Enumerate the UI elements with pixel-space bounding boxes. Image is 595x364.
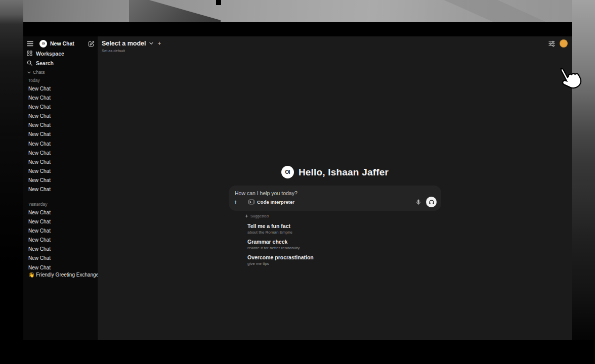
suggestion-item[interactable]: Tell me a fun fact about the Roman Empir… [247, 223, 441, 235]
sidebar-item-search[interactable]: Search [27, 59, 95, 67]
controls-sliders-icon[interactable] [548, 40, 555, 47]
set-as-default-button[interactable]: Set as default [102, 49, 161, 53]
chat-list-item[interactable]: New Chat [23, 130, 98, 139]
wallpaper-notch [216, 0, 221, 5]
search-label: Search [36, 60, 54, 66]
greeting-row: OI Hello, Ishaan Jaffer [229, 166, 441, 178]
chat-list-item[interactable]: New Chat [23, 84, 98, 94]
chat-list-item[interactable]: New Chat [23, 94, 98, 103]
microphone-icon[interactable] [416, 199, 421, 205]
chevron-down-icon [27, 71, 31, 74]
headphones-icon [429, 199, 435, 205]
chat-list-item[interactable]: New Chat [23, 217, 98, 226]
suggestion-subtitle: give me tips [247, 261, 441, 266]
chat-list-item[interactable]: New Chat [23, 167, 98, 176]
greeting-title: Hello, Ishaan Jaffer [299, 167, 389, 178]
model-selector-button[interactable]: Select a model + [102, 40, 161, 47]
chat-list-item[interactable]: New Chat [23, 103, 98, 112]
chevron-down-icon [149, 42, 153, 45]
topbar-actions [548, 39, 568, 48]
chat-list-yesterday: New Chat New Chat New Chat New Chat New … [23, 208, 98, 272]
suggestion-subtitle: rewrite it for better readability [247, 246, 441, 250]
chat-list-item[interactable]: New Chat [23, 208, 98, 217]
chat-group-label-yesterday: Yesterday [28, 202, 48, 207]
chat-list-item[interactable]: New Chat [23, 140, 98, 149]
chats-label: Chats [33, 70, 45, 75]
workspace-grid-icon [27, 51, 32, 56]
workspace-label: Workspace [36, 51, 64, 57]
sidebar-header: OI New Chat [27, 39, 95, 48]
suggestion-title: Grammar check [247, 239, 441, 245]
voice-call-button[interactable] [426, 197, 437, 207]
app-window: OI New Chat Workspace [23, 22, 572, 340]
chat-list-item[interactable]: New Chat [23, 112, 98, 121]
chat-list-item[interactable]: New Chat [23, 226, 98, 236]
chat-group-label-today: Today [28, 78, 40, 83]
wallpaper-bottom [0, 340, 595, 364]
add-model-button[interactable]: + [158, 40, 161, 47]
chat-list-item[interactable]: New Chat [23, 236, 98, 245]
chat-list-item[interactable]: New Chat [23, 245, 98, 254]
new-chat-button[interactable] [88, 40, 95, 47]
attach-plus-button[interactable]: + [234, 199, 242, 205]
prompt-placeholder: How can I help you today? [235, 190, 298, 196]
suggestion-item[interactable]: Overcome procrastination give me tips [247, 254, 441, 266]
code-interpreter-toggle[interactable]: Code Interpreter [248, 199, 294, 205]
chat-list-item[interactable]: New Chat [23, 254, 98, 263]
suggestion-subtitle: about the Roman Empire [247, 230, 441, 235]
suggestion-item[interactable]: Grammar check rewrite it for better read… [247, 239, 441, 250]
search-icon [27, 60, 32, 66]
app-logo: OI [39, 40, 47, 48]
sparkle-icon [245, 214, 248, 218]
wallpaper-left [0, 0, 23, 364]
chats-section-header[interactable]: Chats [27, 70, 45, 75]
chat-list-item[interactable]: New Chat [23, 185, 98, 194]
sidebar-toggle-icon[interactable] [27, 41, 33, 47]
suggestion-list: Tell me a fun fact about the Roman Empir… [247, 223, 441, 266]
chat-list-item-named[interactable]: 👋 Friendly Greeting Exchange [23, 270, 98, 280]
chat-list-item[interactable]: New Chat [23, 158, 98, 167]
model-selector-label: Select a model [102, 40, 146, 47]
terminal-icon [248, 199, 254, 205]
chat-list-today: New Chat New Chat New Chat New Chat New … [23, 84, 98, 194]
suggested-header: Suggested [245, 214, 441, 218]
chat-list-item[interactable]: New Chat [23, 149, 98, 158]
suggested-section: Suggested Tell me a fun fact about the R… [229, 214, 441, 270]
sidebar-title: New Chat [50, 40, 74, 47]
suggestion-title: Tell me a fun fact [247, 223, 441, 229]
sidebar-item-workspace[interactable]: Workspace [27, 49, 95, 58]
suggested-label: Suggested [250, 214, 269, 218]
chat-center-column: OI Hello, Ishaan Jaffer How can I help y… [229, 36, 441, 340]
desktop: OI New Chat Workspace [0, 0, 595, 364]
prompt-input[interactable]: How can I help you today? + Code Interpr… [229, 186, 441, 211]
suggestion-title: Overcome procrastination [247, 254, 441, 260]
wallpaper-right [572, 0, 595, 364]
app-logo: OI [281, 166, 294, 178]
sidebar: OI New Chat Workspace [23, 36, 98, 340]
chat-list-item[interactable]: New Chat [23, 121, 98, 130]
model-selector-area: Select a model + Set as default [102, 40, 161, 53]
code-interpreter-label: Code Interpreter [257, 199, 294, 205]
prompt-toolbar: + Code Interpreter [234, 197, 437, 207]
chat-list-item[interactable]: New Chat [23, 176, 98, 185]
main-area: Select a model + Set as default [98, 36, 572, 340]
user-avatar[interactable] [560, 39, 568, 48]
